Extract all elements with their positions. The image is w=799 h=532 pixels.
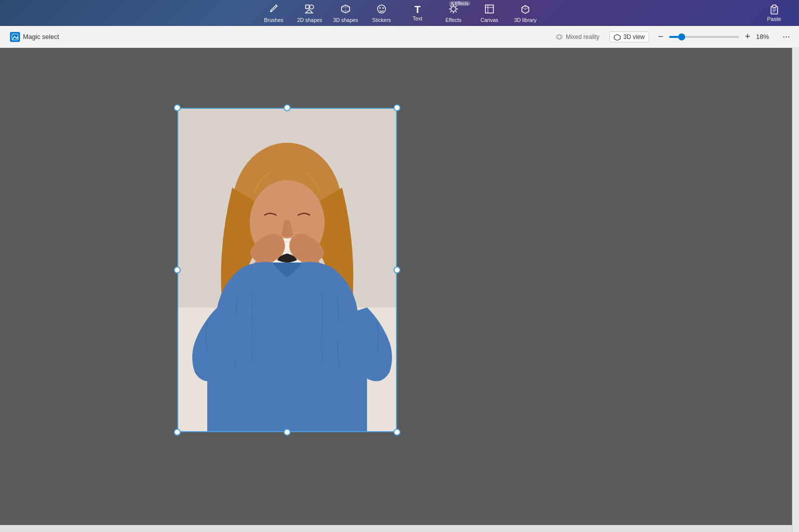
handle-top-middle[interactable] bbox=[284, 104, 291, 111]
toolbar-3d-shapes[interactable]: 3D shapes bbox=[328, 0, 364, 26]
toolbar-canvas[interactable]: Canvas bbox=[471, 0, 507, 26]
handle-bottom-middle[interactable] bbox=[284, 429, 291, 436]
zoom-out-button[interactable]: − bbox=[655, 31, 666, 42]
mixed-reality-button[interactable]: Mixed reality bbox=[551, 31, 603, 42]
handle-middle-right[interactable] bbox=[394, 266, 400, 273]
3d-view-label: 3D view bbox=[623, 33, 645, 40]
person-svg bbox=[177, 108, 397, 432]
3d-library-label: 3D library bbox=[514, 17, 537, 23]
2d-shapes-label: 2D shapes bbox=[297, 17, 322, 23]
secondary-toolbar: Magic select Mixed reality 3D view − + 1… bbox=[0, 26, 799, 48]
zoom-slider-thumb[interactable] bbox=[678, 33, 685, 40]
handle-top-right[interactable] bbox=[394, 104, 400, 111]
svg-point-6 bbox=[451, 6, 456, 11]
toolbar-items: Brushes 2D shapes 3D shapes bbox=[5, 0, 794, 26]
svg-line-12 bbox=[455, 11, 456, 12]
toolbar-text[interactable]: T Text bbox=[400, 0, 435, 26]
toolbar-brushes[interactable]: Brushes bbox=[256, 0, 292, 26]
canvas-label: Canvas bbox=[480, 17, 498, 23]
magic-select-button[interactable]: Magic select bbox=[6, 30, 63, 44]
toolbar-stickers[interactable]: Stickers bbox=[364, 0, 400, 26]
3d-shapes-label: 3D shapes bbox=[333, 17, 358, 23]
secondbar-right: Mixed reality 3D view − + 18% ··· bbox=[551, 30, 793, 43]
svg-marker-2 bbox=[306, 9, 313, 13]
paste-button[interactable]: Paste bbox=[759, 0, 789, 26]
right-panel bbox=[792, 48, 799, 532]
toolbar-2d-shapes[interactable]: 2D shapes bbox=[292, 0, 328, 26]
text-icon: T bbox=[414, 4, 420, 14]
toolbar-effects[interactable]: Effects 8 Effects bbox=[435, 0, 471, 26]
zoom-slider[interactable] bbox=[669, 36, 739, 38]
handle-top-left[interactable] bbox=[174, 104, 181, 111]
paste-label: Paste bbox=[767, 16, 781, 22]
canvas-area[interactable] bbox=[0, 48, 799, 532]
brushes-label: Brushes bbox=[264, 17, 284, 23]
svg-point-4 bbox=[380, 7, 381, 8]
svg-rect-0 bbox=[306, 5, 309, 8]
canvas-image[interactable] bbox=[177, 108, 397, 432]
svg-point-5 bbox=[383, 7, 384, 8]
svg-rect-15 bbox=[485, 5, 493, 13]
effects-badge: 8 Effects bbox=[449, 1, 470, 6]
zoom-in-button[interactable]: + bbox=[742, 31, 753, 42]
2d-shapes-icon bbox=[304, 3, 315, 16]
toolbar-3d-library[interactable]: 3D library bbox=[507, 0, 543, 26]
handle-bottom-right[interactable] bbox=[394, 429, 400, 436]
handle-bottom-left[interactable] bbox=[174, 429, 181, 436]
3d-library-icon bbox=[520, 3, 531, 16]
effects-label: Effects bbox=[445, 17, 461, 23]
handle-middle-left[interactable] bbox=[174, 266, 181, 273]
stickers-label: Stickers bbox=[372, 17, 391, 23]
mixed-reality-label: Mixed reality bbox=[566, 33, 599, 40]
more-options-button[interactable]: ··· bbox=[780, 30, 793, 43]
svg-point-1 bbox=[310, 5, 314, 9]
stickers-icon bbox=[376, 3, 387, 16]
bottom-scrollbar[interactable] bbox=[0, 525, 792, 532]
canvas-icon bbox=[484, 3, 495, 16]
svg-line-14 bbox=[450, 11, 451, 12]
zoom-percent: 18% bbox=[756, 33, 774, 40]
magic-select-icon bbox=[10, 32, 20, 42]
main-toolbar: Brushes 2D shapes 3D shapes bbox=[0, 0, 799, 26]
text-label: Text bbox=[412, 15, 422, 21]
3d-view-button[interactable]: 3D view bbox=[609, 31, 649, 42]
brushes-icon bbox=[268, 3, 279, 16]
3d-shapes-icon bbox=[340, 3, 351, 16]
selected-image[interactable] bbox=[177, 108, 397, 432]
svg-rect-19 bbox=[773, 5, 776, 7]
zoom-controls: − + 18% bbox=[655, 31, 774, 42]
svg-marker-25 bbox=[614, 34, 620, 40]
magic-select-label: Magic select bbox=[23, 33, 59, 40]
